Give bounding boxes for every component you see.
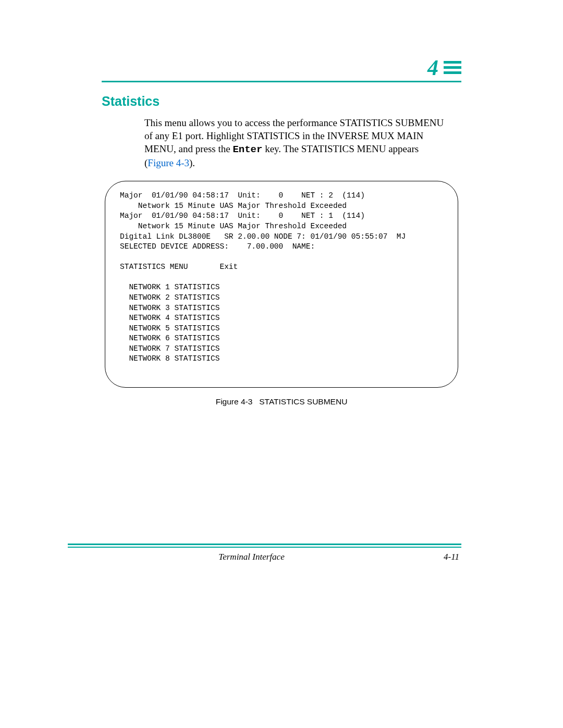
intro-line4b: ). — [189, 157, 195, 168]
intro-paragraph: This menu allows you to access the perfo… — [144, 116, 461, 169]
page-footer: Terminal Interface 4-11 — [68, 544, 461, 562]
page: 4 Statistics This menu allows you to acc… — [0, 0, 563, 728]
chapter-mark: 4 — [427, 57, 461, 79]
footer-text: Terminal Interface 4-11 — [68, 552, 461, 562]
terminal-screenshot: Major 01/01/90 04:58:17 Unit: 0 NET : 2 … — [105, 181, 458, 388]
figure-caption: Figure 4-3 STATISTICS SUBMENU — [102, 397, 461, 406]
footer-page-number: 4-11 — [433, 552, 459, 562]
figure-caption-prefix: Figure 4-3 — [216, 397, 253, 406]
intro-line1: This menu allows you to access the perfo… — [144, 117, 444, 128]
footer-center: Terminal Interface — [70, 552, 433, 562]
chapter-bars-icon — [444, 61, 461, 75]
footer-rules — [68, 544, 461, 548]
figure-reference: Figure 4-3 — [148, 157, 189, 168]
header-rule: 4 — [102, 60, 461, 82]
figure-caption-text: STATISTICS SUBMENU — [259, 397, 347, 406]
section-title: Statistics — [102, 94, 461, 109]
intro-line2a: of any E1 port. Highlight STATISTICS in … — [144, 130, 423, 141]
intro-line3b: key. The STATISTICS MENU appears — [262, 143, 419, 154]
enter-key: Enter — [232, 144, 262, 155]
chapter-number: 4 — [427, 57, 438, 79]
intro-line3a: MENU, and press the — [144, 143, 232, 154]
